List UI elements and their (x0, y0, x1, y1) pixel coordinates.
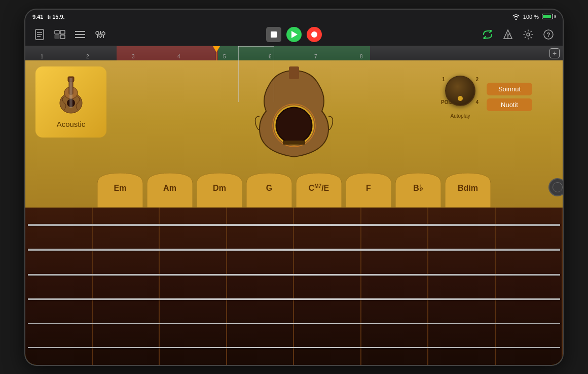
toolbar: ? (25, 24, 563, 46)
guitar-body-svg (238, 65, 350, 162)
metronome-icon (503, 29, 512, 40)
record-button[interactable] (307, 27, 322, 42)
loop-button[interactable] (480, 26, 496, 43)
fretboard[interactable] (25, 208, 563, 365)
instrument-icon-block[interactable]: Acoustic (35, 66, 106, 138)
wifi-icon (512, 14, 520, 20)
guitar-body-center (238, 65, 350, 162)
ruler-mark-3: 3 (132, 54, 135, 59)
record-icon (311, 31, 317, 38)
knob-label-1: 1 (442, 77, 445, 82)
battery-tip (555, 15, 556, 18)
home-button[interactable] (548, 178, 563, 196)
ruler-mark-1: 1 (41, 54, 44, 59)
chord-dm-label: Dm (213, 184, 226, 197)
list-view-button[interactable] (72, 26, 88, 43)
view-toggle-icon (54, 30, 65, 39)
autoplay-knob-section: 1 2 POIS 4 Autoplay (440, 71, 481, 119)
svg-point-12 (96, 31, 99, 35)
chord-cm7e-label: CM7/E (309, 183, 329, 197)
chord-cm7e-button[interactable]: CM7/E (296, 173, 342, 208)
chord-g-label: G (266, 184, 272, 197)
chord-f-button[interactable]: F (346, 173, 391, 208)
mixer-icon (95, 30, 105, 39)
autoplay-knob-container: 1 2 POIS 4 (440, 71, 481, 111)
ruler-mark-7: 7 (314, 54, 317, 59)
chord-dm-button[interactable]: Dm (197, 173, 242, 208)
toolbar-center (266, 27, 322, 42)
chord-bb-button[interactable]: B♭ (395, 173, 441, 208)
chord-bdim-button[interactable]: Bdim (445, 173, 491, 208)
battery-percent: 100 % (523, 14, 539, 20)
chord-f-label: F (366, 184, 371, 197)
stop-button[interactable] (266, 27, 281, 42)
knob-label-2: 2 (475, 77, 479, 82)
string-1 (28, 224, 560, 226)
string-lines (25, 208, 563, 365)
playhead-line (216, 52, 216, 60)
controls-panel: 1 2 POIS 4 Autoplay (440, 71, 532, 119)
status-left: 9.41 ti 15.9. (32, 14, 65, 20)
svg-rect-35 (283, 141, 305, 145)
time-display: 9.41 (32, 14, 43, 20)
toolbar-left (31, 26, 476, 43)
help-button[interactable]: ? (540, 26, 557, 43)
svg-rect-5 (60, 30, 65, 34)
loop-icon (482, 30, 493, 39)
mixer-button[interactable] (92, 26, 108, 43)
svg-point-16 (102, 32, 105, 35)
annotation-line-h (238, 46, 274, 47)
ruler-green-section (218, 46, 370, 60)
ruler-mark-8: 8 (360, 54, 363, 59)
settings-button[interactable] (520, 26, 536, 43)
chord-bb-label: B♭ (413, 183, 423, 197)
svg-point-14 (99, 34, 102, 37)
ruler-mark-4: 4 (177, 54, 180, 59)
chord-g-button[interactable]: G (246, 173, 292, 208)
chord-am-button[interactable]: Am (147, 173, 193, 208)
annotation-line-1 (238, 46, 239, 102)
list-view-icon (75, 30, 85, 39)
gear-icon (523, 29, 533, 40)
svg-text:?: ? (546, 31, 550, 39)
knob-label-4: 4 (475, 99, 479, 105)
ipad-frame: 9.41 ti 15.9. 100 % (25, 10, 563, 365)
document-icon (34, 29, 45, 40)
play-button[interactable] (286, 27, 302, 42)
svg-rect-4 (55, 30, 59, 34)
svg-point-32 (277, 108, 311, 143)
autoplay-knob[interactable] (445, 76, 475, 106)
battery-fill (543, 15, 551, 18)
toolbar-right: ? (480, 26, 557, 43)
annotation-line-2 (274, 46, 274, 102)
knob-sublabel: Autoplay (451, 113, 470, 119)
string-2 (28, 249, 560, 251)
chord-em-button[interactable]: Em (97, 173, 143, 208)
guitar-icon (53, 75, 89, 116)
string-6 (28, 347, 560, 348)
soinnut-button[interactable]: Soinnut (487, 83, 532, 95)
metronome-button[interactable] (500, 26, 516, 43)
svg-rect-7 (60, 35, 65, 39)
document-button[interactable] (31, 26, 48, 43)
svg-rect-6 (55, 35, 59, 39)
string-3 (28, 274, 560, 276)
main-content: Acoustic (25, 60, 563, 365)
battery-icon (542, 14, 556, 19)
svg-rect-36 (289, 66, 299, 79)
playhead[interactable] (213, 46, 220, 52)
home-button-inner (553, 182, 563, 192)
play-icon (291, 31, 298, 38)
knob-dot (458, 96, 463, 101)
view-toggle-button[interactable] (52, 26, 68, 43)
add-track-button[interactable]: + (549, 48, 560, 58)
string-5 (28, 323, 560, 324)
stop-icon (271, 31, 277, 38)
timeline-area: 1 2 3 4 5 6 7 8 + (25, 46, 563, 60)
help-icon: ? (543, 29, 554, 40)
ruler-mark-6: 6 (269, 54, 272, 59)
nuotit-button[interactable]: Nuotit (487, 98, 532, 111)
ruler: 1 2 3 4 5 6 7 8 + (25, 46, 563, 60)
chord-am-label: Am (163, 184, 176, 197)
status-right: 100 % (512, 14, 556, 20)
